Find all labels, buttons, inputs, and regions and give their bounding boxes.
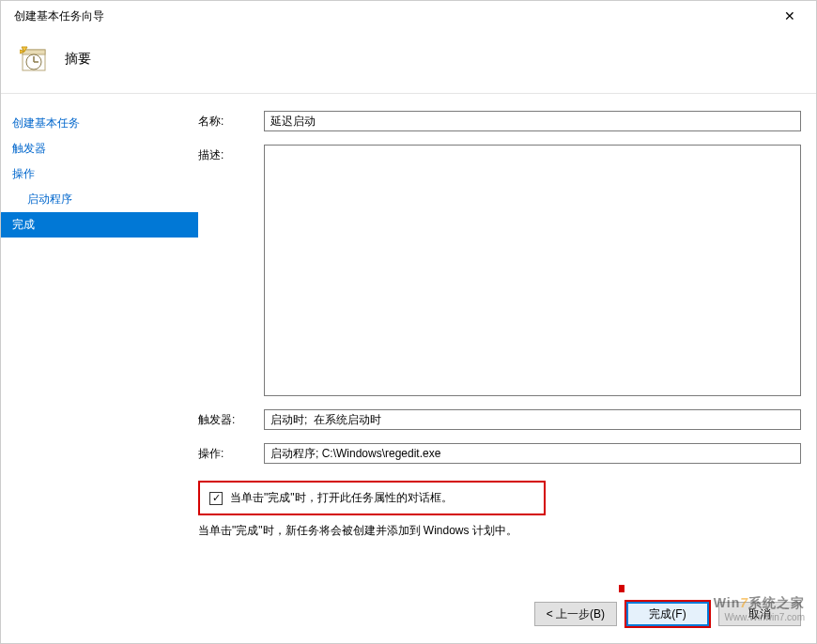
sidebar-item-finish[interactable]: 完成 <box>1 212 198 238</box>
back-button[interactable]: < 上一步(B) <box>534 602 617 626</box>
close-icon[interactable]: ✕ <box>771 8 809 23</box>
cancel-button[interactable]: 取消 <box>718 602 801 626</box>
label-desc: 描述: <box>198 145 251 163</box>
sidebar-item-trigger[interactable]: 触发器 <box>1 136 198 161</box>
sidebar-item-action[interactable]: 操作 <box>1 161 198 187</box>
svg-rect-1 <box>23 50 45 54</box>
note-text: 当单击"完成"时，新任务将会被创建并添加到 Windows 计划中。 <box>198 515 801 539</box>
footer: < 上一步(B) 完成(F) 取消 <box>1 587 816 643</box>
row-desc: 描述: <box>198 145 801 396</box>
input-trigger[interactable] <box>264 409 801 430</box>
titlebar: 创建基本任务向导 ✕ <box>1 1 816 31</box>
main-panel: 名称: 描述: 触发器: 操作: ✓ 当单击"完成"时，打开此任务属性的 <box>198 94 816 587</box>
content: 创建基本任务 触发器 操作 启动程序 完成 名称: 描述: 触发器: 操作: <box>1 94 816 587</box>
row-action: 操作: <box>198 443 801 464</box>
checkbox-label: 当单击"完成"时，打开此任务属性的对话框。 <box>230 490 453 506</box>
label-name: 名称: <box>198 111 251 130</box>
wizard-window: 创建基本任务向导 ✕ 摘要 创建基本任务 触发器 操作 启动程序 完成 <box>0 0 817 644</box>
page-title: 摘要 <box>65 51 91 68</box>
header: 摘要 <box>1 31 816 84</box>
annotation-marker <box>619 585 624 592</box>
sidebar: 创建基本任务 触发器 操作 启动程序 完成 <box>1 94 198 587</box>
label-trigger: 触发器: <box>198 409 251 428</box>
input-action[interactable] <box>264 443 801 464</box>
calendar-clock-icon <box>20 44 50 74</box>
row-name: 名称: <box>198 111 801 131</box>
sidebar-item-start-program[interactable]: 启动程序 <box>1 187 198 212</box>
input-name[interactable] <box>264 111 801 131</box>
finish-button[interactable]: 完成(F) <box>626 602 709 626</box>
input-desc[interactable] <box>264 145 801 396</box>
checkbox-open-properties[interactable]: ✓ 当单击"完成"时，打开此任务属性的对话框。 <box>209 490 534 506</box>
label-action: 操作: <box>198 443 251 462</box>
row-trigger: 触发器: <box>198 409 801 430</box>
highlight-box: ✓ 当单击"完成"时，打开此任务属性的对话框。 <box>198 481 546 515</box>
annotation-box: 完成(F) <box>624 600 711 628</box>
window-title: 创建基本任务向导 <box>8 8 771 24</box>
sidebar-item-create-task[interactable]: 创建基本任务 <box>1 111 198 136</box>
checkbox-icon[interactable]: ✓ <box>209 492 223 505</box>
